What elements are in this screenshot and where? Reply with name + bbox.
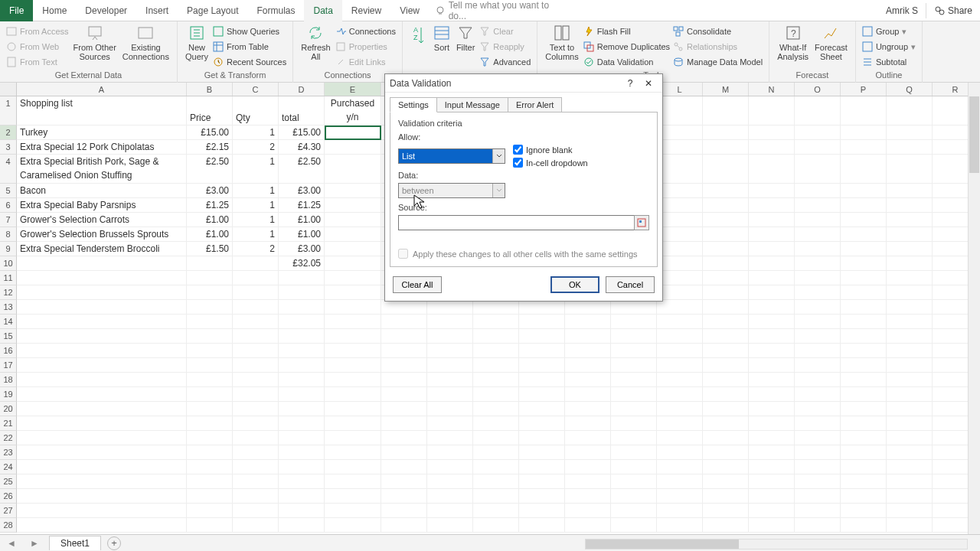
- cell[interactable]: [473, 387, 519, 402]
- sheet-nav-next[interactable]: ►: [30, 538, 39, 549]
- cell[interactable]: [657, 387, 703, 402]
- text-to-columns-button[interactable]: Text to Columns: [542, 23, 581, 63]
- cell[interactable]: [279, 344, 325, 358]
- cell[interactable]: [841, 373, 887, 387]
- cell[interactable]: [325, 213, 381, 227]
- cell[interactable]: [427, 460, 473, 474]
- cell[interactable]: [841, 416, 887, 431]
- existing-connections-button[interactable]: Existing Connections: [119, 23, 172, 63]
- cell[interactable]: [279, 373, 325, 387]
- column-header-L[interactable]: L: [657, 83, 703, 96]
- cell[interactable]: [565, 474, 611, 489]
- what-if-button[interactable]: ?What-If Analysis: [774, 23, 812, 63]
- cell[interactable]: [565, 358, 611, 373]
- cell[interactable]: [841, 126, 887, 140]
- cell[interactable]: [657, 373, 703, 387]
- cell[interactable]: [381, 445, 427, 460]
- cell[interactable]: [749, 358, 795, 373]
- cell[interactable]: [427, 373, 473, 387]
- sort-button[interactable]: Sort: [430, 23, 453, 54]
- cell[interactable]: [703, 329, 749, 344]
- cell[interactable]: [427, 445, 473, 460]
- cell[interactable]: [279, 387, 325, 402]
- cell[interactable]: [519, 518, 565, 533]
- cell[interactable]: [187, 402, 233, 416]
- cell[interactable]: [325, 126, 381, 140]
- cell[interactable]: [325, 300, 381, 315]
- from-table-button[interactable]: From Table: [213, 40, 286, 54]
- cell[interactable]: [887, 445, 933, 460]
- new-query-button[interactable]: New Query: [182, 23, 211, 63]
- cell[interactable]: [749, 402, 795, 416]
- cell[interactable]: [795, 285, 841, 300]
- column-header-E[interactable]: E: [325, 83, 381, 96]
- cell[interactable]: [841, 184, 887, 198]
- cell[interactable]: [233, 504, 279, 518]
- cell[interactable]: [325, 358, 381, 373]
- row-header[interactable]: 13: [0, 300, 17, 315]
- cell[interactable]: [519, 329, 565, 344]
- cell[interactable]: [381, 416, 427, 431]
- cell[interactable]: [427, 518, 473, 533]
- cell[interactable]: [611, 329, 657, 344]
- cell[interactable]: [749, 460, 795, 474]
- cell[interactable]: [519, 315, 565, 329]
- cell[interactable]: [17, 416, 187, 431]
- cell[interactable]: [749, 300, 795, 315]
- cell[interactable]: [841, 460, 887, 474]
- cell[interactable]: [887, 431, 933, 445]
- cell[interactable]: [233, 256, 279, 271]
- ignore-blank-checkbox[interactable]: Ignore blank: [513, 145, 588, 155]
- cell[interactable]: [657, 344, 703, 358]
- row-header[interactable]: 24: [0, 460, 17, 474]
- cell[interactable]: [795, 140, 841, 155]
- row-header[interactable]: 5: [0, 184, 17, 198]
- row-header[interactable]: 3: [0, 140, 17, 155]
- cell[interactable]: [233, 416, 279, 431]
- row-header[interactable]: 12: [0, 285, 17, 300]
- cell[interactable]: [17, 445, 187, 460]
- cell[interactable]: [841, 242, 887, 256]
- cell[interactable]: [565, 416, 611, 431]
- cell[interactable]: [17, 504, 187, 518]
- cell[interactable]: [657, 155, 703, 184]
- cell[interactable]: [187, 504, 233, 518]
- cell[interactable]: [795, 474, 841, 489]
- cell[interactable]: [611, 402, 657, 416]
- cell[interactable]: [187, 460, 233, 474]
- cell[interactable]: [841, 285, 887, 300]
- cell[interactable]: total: [279, 96, 325, 126]
- cell[interactable]: [657, 140, 703, 155]
- cell[interactable]: Grower's Selection Brussels Sprouts: [17, 227, 187, 242]
- cell[interactable]: [473, 504, 519, 518]
- tell-me-search[interactable]: Tell me what you want to do...: [429, 0, 567, 21]
- cell[interactable]: [611, 474, 657, 489]
- cell[interactable]: [381, 489, 427, 504]
- cell[interactable]: [887, 227, 933, 242]
- cell[interactable]: [887, 474, 933, 489]
- cell[interactable]: [17, 315, 187, 329]
- cell[interactable]: [381, 329, 427, 344]
- cell[interactable]: [325, 445, 381, 460]
- cell[interactable]: [841, 445, 887, 460]
- cell[interactable]: [187, 416, 233, 431]
- cell[interactable]: [233, 344, 279, 358]
- cell[interactable]: [703, 416, 749, 431]
- cell[interactable]: [233, 271, 279, 285]
- cell[interactable]: £2.50: [187, 155, 233, 184]
- range-picker-button[interactable]: [634, 215, 649, 230]
- cell[interactable]: £2.50: [279, 155, 325, 184]
- cell[interactable]: [657, 213, 703, 227]
- cell[interactable]: [187, 489, 233, 504]
- cell[interactable]: [233, 300, 279, 315]
- row-header[interactable]: 16: [0, 344, 17, 358]
- cell[interactable]: [519, 504, 565, 518]
- cell[interactable]: [187, 445, 233, 460]
- cell[interactable]: [657, 184, 703, 198]
- cell[interactable]: [749, 96, 795, 126]
- cell[interactable]: [17, 489, 187, 504]
- cell[interactable]: [887, 96, 933, 126]
- cell[interactable]: [187, 285, 233, 300]
- cell[interactable]: [795, 344, 841, 358]
- cell[interactable]: [657, 126, 703, 140]
